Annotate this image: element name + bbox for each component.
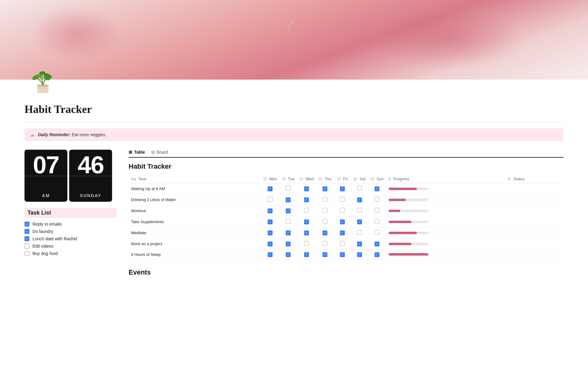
day-checkbox[interactable]: ✓ [357, 252, 362, 257]
tab-board[interactable]: ⊟ Board [151, 150, 168, 157]
th-thu: ☑ Thu [316, 175, 334, 183]
day-checkbox[interactable]: ✓ [304, 186, 309, 191]
task-checkbox[interactable]: ✓ [24, 222, 29, 227]
progress-bar-container [389, 210, 428, 212]
day-checkbox[interactable]: ✓ [340, 219, 345, 224]
table-row: Waking Up at 6 AM ✓ ✓ ✓ ✓ ✓ [129, 183, 564, 194]
day-checkbox[interactable]: ✓ [304, 252, 309, 257]
day-checkbox[interactable] [322, 197, 327, 202]
task-list-items: ✓ Reply to emails ✓ Do laundry ✓ Lunch d… [24, 222, 116, 256]
status-cell [505, 216, 564, 227]
th-fri: ☑ Fri [334, 175, 351, 183]
task-item: ✓ Reply to emails [24, 222, 116, 227]
aa-icon: Aa [131, 177, 136, 181]
day-checkbox[interactable] [375, 197, 379, 202]
day-cell: ✓ [280, 227, 297, 238]
day-cell [334, 194, 351, 205]
day-checkbox[interactable]: ✓ [340, 230, 345, 235]
check-icon-thu: ☑ [318, 177, 322, 181]
progress-cell [386, 205, 505, 216]
day-cell [351, 227, 368, 238]
day-cell: ✓ [368, 183, 386, 194]
progress-bar-container [389, 199, 428, 201]
day-checkbox[interactable]: ✓ [375, 186, 379, 191]
progress-bar-fill [389, 232, 417, 234]
day-checkbox[interactable]: ✓ [357, 242, 362, 246]
task-item: Buy dog food [24, 251, 116, 256]
day-checkbox[interactable] [304, 241, 309, 246]
events-title: Events [129, 268, 564, 276]
task-checkbox[interactable]: ✓ [24, 236, 29, 241]
progress-bar-fill [389, 210, 400, 212]
day-checkbox[interactable] [322, 208, 327, 213]
status-cell [505, 238, 564, 249]
day-checkbox[interactable]: ✓ [322, 252, 327, 257]
task-checkbox[interactable] [24, 244, 29, 249]
day-cell [316, 238, 334, 249]
tab-table[interactable]: ⊞ Table [129, 150, 145, 158]
day-checkbox[interactable]: ✓ [286, 208, 291, 213]
day-checkbox[interactable] [375, 219, 379, 224]
day-checkbox[interactable]: ✓ [375, 242, 379, 246]
day-checkbox[interactable]: ✓ [304, 219, 309, 224]
day-cell: ✓ [261, 227, 280, 238]
habit-name: Meditate [129, 227, 261, 238]
status-cell [505, 194, 564, 205]
day-checkbox[interactable]: ✓ [304, 230, 309, 235]
plant-decoration [24, 61, 61, 98]
day-checkbox[interactable] [357, 186, 362, 191]
board-icon: ⊟ [151, 150, 155, 155]
task-list-title: Task List [24, 208, 116, 218]
day-checkbox[interactable]: ✓ [268, 219, 273, 224]
sigma-icon: Σ [389, 177, 391, 181]
status-cell [505, 227, 564, 238]
day-checkbox[interactable]: ✓ [340, 252, 345, 257]
habit-table-body: Waking Up at 6 AM ✓ ✓ ✓ ✓ ✓ Drinking 2 L… [129, 183, 564, 260]
table-row: Drinking 2 Litres of Water ✓ ✓ ✓ [129, 194, 564, 205]
task-checkbox[interactable]: ✓ [24, 229, 29, 234]
day-cell: ✓ [280, 249, 297, 260]
progress-cell [386, 238, 505, 249]
day-checkbox[interactable] [357, 208, 362, 213]
day-checkbox[interactable] [304, 208, 309, 213]
day-checkbox[interactable] [286, 186, 291, 191]
check-icon-fri: ☑ [337, 177, 341, 181]
day-checkbox[interactable] [286, 219, 291, 224]
th-mon: ☑ Mon [261, 175, 280, 183]
day-checkbox[interactable] [340, 241, 345, 246]
day-checkbox[interactable]: ✓ [304, 197, 309, 202]
day-cell: ✓ [297, 249, 316, 260]
day-checkbox[interactable]: ✓ [286, 197, 291, 202]
day-checkbox[interactable]: ✓ [268, 208, 273, 213]
day-checkbox[interactable]: ✓ [357, 197, 362, 202]
clock-minute-digit: 46 [78, 153, 104, 177]
day-checkbox[interactable]: ✓ [268, 186, 273, 191]
day-checkbox[interactable]: ✓ [268, 242, 273, 246]
day-checkbox[interactable] [340, 197, 345, 202]
day-checkbox[interactable]: ✓ [375, 252, 379, 257]
day-checkbox[interactable]: ✓ [322, 230, 327, 235]
day-checkbox[interactable] [268, 197, 273, 202]
day-checkbox[interactable]: ✓ [286, 242, 291, 246]
day-checkbox[interactable] [357, 230, 362, 235]
task-checkbox[interactable] [24, 251, 29, 256]
day-checkbox[interactable] [322, 219, 327, 224]
day-checkbox[interactable]: ✓ [268, 230, 273, 235]
day-checkbox[interactable]: ✓ [268, 252, 273, 257]
table-header-row: Aa Task ☑ Mon ☑ Tue ☑ We [129, 175, 564, 183]
progress-cell [386, 249, 505, 260]
day-cell [316, 194, 334, 205]
day-checkbox[interactable]: ✓ [286, 230, 291, 235]
clock-hour-digit: 07 [33, 153, 59, 177]
day-checkbox[interactable] [340, 208, 345, 213]
day-checkbox[interactable]: ✓ [340, 186, 345, 191]
moon-decoration [283, 18, 305, 40]
task-label: Edit videos [32, 244, 53, 249]
day-checkbox[interactable]: ✓ [357, 219, 362, 224]
day-checkbox[interactable] [322, 241, 327, 246]
day-cell [316, 205, 334, 216]
day-checkbox[interactable]: ✓ [286, 252, 291, 257]
day-checkbox[interactable]: ✓ [322, 186, 327, 191]
day-checkbox[interactable] [375, 208, 379, 213]
day-checkbox[interactable] [375, 230, 379, 235]
